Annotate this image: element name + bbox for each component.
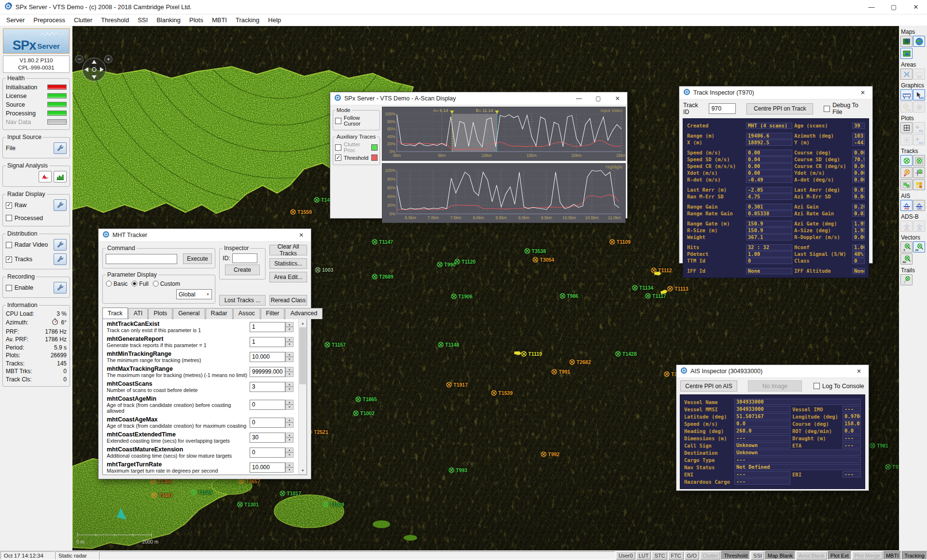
parameter-value-input[interactable] xyxy=(250,448,285,458)
radar-track-t990[interactable]: T990 xyxy=(436,261,456,268)
map-overlay-button[interactable] xyxy=(900,48,913,59)
spin-up-icon[interactable]: ▲ xyxy=(285,418,294,423)
status-toggle-ssi[interactable]: SSI xyxy=(751,551,764,560)
close-icon[interactable]: ✕ xyxy=(849,365,869,378)
ais-target[interactable] xyxy=(654,269,662,278)
radar-track-t1148[interactable]: T1148 xyxy=(437,341,459,348)
recording-config-button[interactable] xyxy=(54,282,67,294)
status-toggle-map-blank[interactable]: Map Blank xyxy=(765,551,795,560)
radar-track-t1134[interactable]: T1134 xyxy=(632,284,653,291)
radar-track-t993[interactable]: T993 xyxy=(448,467,467,474)
radar-track-t1917[interactable]: T1917 xyxy=(446,381,468,388)
radar-track-t1017[interactable]: T1017 xyxy=(279,490,301,497)
spin-up-icon[interactable]: ▲ xyxy=(285,352,294,357)
tracks-p-button[interactable]: P xyxy=(900,167,913,178)
radar-track-t991[interactable]: T991 xyxy=(551,368,570,375)
menu-item-help[interactable]: Help xyxy=(264,15,285,25)
ais-show-button[interactable]: AIS xyxy=(900,200,913,211)
menu-item-server[interactable]: Server xyxy=(2,15,29,25)
spin-up-icon[interactable]: ▲ xyxy=(285,322,294,327)
close-icon[interactable]: ✕ xyxy=(853,86,872,99)
radar-track-t977[interactable]: T977 xyxy=(885,463,899,470)
clear-all-tracks-button[interactable]: Clear All Tracks xyxy=(269,245,307,255)
menu-item-tracking[interactable]: Tracking xyxy=(231,15,264,25)
trails-show-button[interactable] xyxy=(900,274,913,285)
centre-ppi-ais-button[interactable]: Centre PPI on AIS xyxy=(680,380,737,392)
radar-track-t992[interactable]: T992 xyxy=(540,451,560,458)
radar-track-t1119[interactable]: T1119 xyxy=(520,350,542,357)
input-source-config-button[interactable] xyxy=(54,142,67,154)
spin-down-icon[interactable]: ▼ xyxy=(285,405,294,410)
tracks-classes-button[interactable] xyxy=(913,179,925,190)
debug-to-file-checkbox[interactable] xyxy=(824,106,830,112)
radar-track-t3487[interactable]: T3487 xyxy=(151,492,173,499)
parameter-value-input[interactable] xyxy=(250,382,285,392)
spin-down-icon[interactable]: ▼ xyxy=(285,357,294,362)
map-layers-button[interactable] xyxy=(900,36,913,47)
status-toggle-plot-ext[interactable]: Plot Ext xyxy=(828,551,851,560)
area-edit-button[interactable]: Area Edit... xyxy=(269,272,307,282)
globe-button[interactable] xyxy=(913,36,925,47)
close-icon[interactable]: ✕ xyxy=(292,229,311,241)
tracks-history-button[interactable] xyxy=(913,167,925,178)
radar-track-t1559[interactable]: T1559 xyxy=(290,209,312,215)
menu-item-threshold[interactable]: Threshold xyxy=(97,15,133,25)
graphics-labels-button[interactable]: 123 xyxy=(913,89,925,100)
menu-item-ssi[interactable]: SSI xyxy=(133,15,152,25)
spin-down-icon[interactable]: ▼ xyxy=(285,467,294,473)
clutter-proc-checkbox[interactable] xyxy=(335,144,341,151)
parameter-value-input[interactable] xyxy=(250,322,285,332)
custom-radio[interactable] xyxy=(153,280,159,287)
tab-track[interactable]: Track xyxy=(102,308,128,319)
radar-track-t1029[interactable]: T1029 xyxy=(190,489,212,496)
menu-item-mbti[interactable]: MBTI xyxy=(208,15,231,25)
radar-track-t2689[interactable]: T2689 xyxy=(371,273,393,280)
full-radio[interactable] xyxy=(131,280,138,287)
spin-down-icon[interactable]: ▼ xyxy=(285,342,294,347)
radar-track-t986[interactable]: T986 xyxy=(559,293,578,299)
spin-up-icon[interactable]: ▲ xyxy=(285,382,294,387)
ascan-highlight-chart[interactable]: 0%20%40%60%80%100%6.5km7.0km7.5km8.0km8.… xyxy=(382,163,626,223)
radar-track-t1301[interactable]: T1301 xyxy=(237,501,259,508)
radar-video-config-button[interactable] xyxy=(54,239,67,251)
radar-track-t1157[interactable]: T1157 xyxy=(324,341,346,348)
parameter-value-input[interactable] xyxy=(250,433,285,443)
create-button[interactable]: Create xyxy=(225,265,260,275)
spin-up-icon[interactable]: ▲ xyxy=(285,448,294,453)
ruler-button[interactable]: 01 xyxy=(900,89,913,100)
status-toggle-clutter[interactable]: Clutter xyxy=(700,551,720,560)
track-id-input[interactable] xyxy=(709,103,736,114)
radar-track-t1120[interactable]: T1120 xyxy=(454,258,476,265)
radar-track-t1906[interactable]: T1906 xyxy=(450,293,473,300)
ascan-title-bar[interactable]: SPx Server - VTS Demo - A-Scan Display —… xyxy=(330,92,627,105)
parameter-value-input[interactable] xyxy=(250,418,285,428)
status-toggle-g-o[interactable]: G/O xyxy=(685,551,699,560)
minimize-icon[interactable]: — xyxy=(569,92,589,105)
status-toggle-area-blank[interactable]: Area Blank xyxy=(796,551,827,560)
close-icon[interactable]: ✕ xyxy=(905,0,927,14)
histogram-button[interactable] xyxy=(54,171,67,182)
processed-checkbox[interactable] xyxy=(6,215,12,221)
vectors-60-button[interactable]: 60 xyxy=(900,253,913,265)
centre-ppi-track-button[interactable]: Centre PPI on Track xyxy=(746,103,813,114)
status-toggle-user0[interactable]: User0 xyxy=(616,551,635,560)
spin-up-icon[interactable]: ▲ xyxy=(285,462,294,468)
radar-video-checkbox[interactable] xyxy=(6,242,12,248)
ascan-waveform-button[interactable] xyxy=(39,171,52,182)
inspector-id-input[interactable] xyxy=(232,253,257,263)
maximize-icon[interactable]: ▢ xyxy=(883,0,905,14)
close-icon[interactable]: ✕ xyxy=(608,92,627,105)
radar-track-t2682[interactable]: T2682 xyxy=(569,359,591,365)
parameter-scrollbar[interactable]: ▲ ▼ xyxy=(298,319,307,475)
scroll-down-icon[interactable]: ▼ xyxy=(299,466,307,475)
maximize-icon[interactable]: ▢ xyxy=(589,92,608,105)
threshold-checkbox[interactable] xyxy=(335,154,341,161)
execute-button[interactable]: Execute xyxy=(183,253,212,264)
statistics-button[interactable]: Statistics... xyxy=(269,258,307,269)
reread-class-button[interactable]: Reread Class xyxy=(269,295,307,306)
minimize-icon[interactable]: — xyxy=(860,0,883,14)
ais-labels-button[interactable]: 123 xyxy=(913,200,925,211)
spin-down-icon[interactable]: ▼ xyxy=(285,437,294,443)
parameter-value-input[interactable] xyxy=(250,337,285,347)
log-to-console-checkbox[interactable] xyxy=(814,383,820,389)
